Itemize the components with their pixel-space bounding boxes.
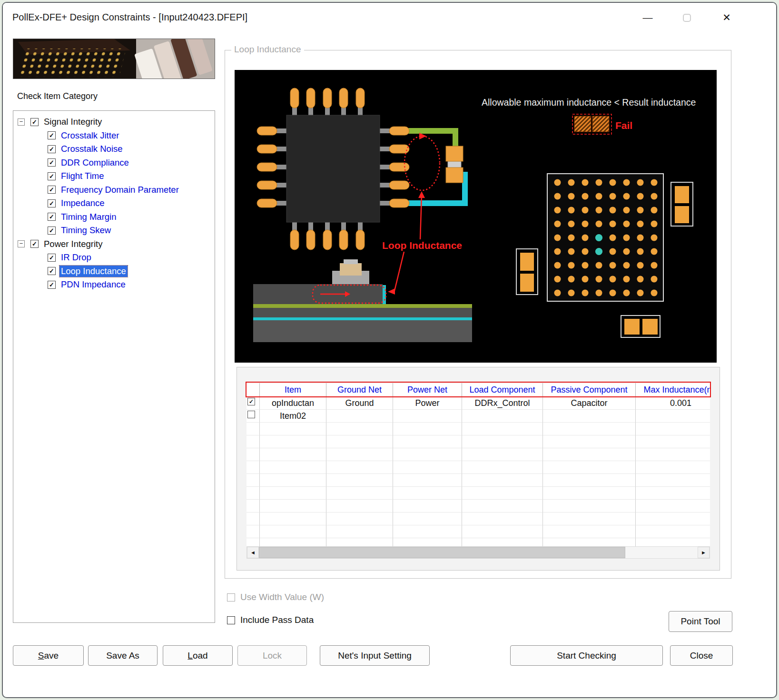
- checkbox[interactable]: ✓: [30, 118, 39, 126]
- column-power-net[interactable]: Power Net: [393, 383, 462, 397]
- product-photo: [13, 39, 215, 79]
- maximize-button[interactable]: [679, 10, 695, 26]
- checkbox[interactable]: ✓: [48, 158, 56, 167]
- point-tool-button[interactable]: Point Tool: [669, 611, 732, 632]
- empty-row: [247, 435, 710, 448]
- constraint-table-panel: Item Ground Net Power Net Load Component…: [237, 367, 720, 571]
- cell-max-inductance[interactable]: 0.001: [636, 397, 710, 410]
- use-width-value-checkbox[interactable]: [227, 593, 235, 601]
- tree-item-label[interactable]: IR Drop: [59, 252, 93, 263]
- minimize-icon: —: [643, 12, 653, 23]
- tree-item-label[interactable]: Flight Time: [59, 170, 105, 182]
- collapse-icon[interactable]: −: [18, 118, 25, 126]
- checkbox[interactable]: ✓: [48, 267, 56, 275]
- start-checking-button[interactable]: Start Checking: [510, 645, 663, 666]
- tree-item-label[interactable]: Signal Integrity: [42, 116, 103, 128]
- tree-item-label[interactable]: PDN Impedance: [59, 279, 127, 290]
- table-row[interactable]: Item02: [247, 410, 710, 423]
- tree-item-crosstalk-jitter[interactable]: ✓ Crosstalk Jitter: [13, 129, 215, 143]
- scroll-right-icon: ►: [701, 550, 706, 555]
- tree-item-ir-drop[interactable]: ✓ IR Drop: [13, 251, 215, 265]
- save-button[interactable]: Save: [13, 645, 84, 666]
- tree-item-timing-margin[interactable]: ✓ Timing Margin: [13, 210, 215, 224]
- tree-item-label[interactable]: DDR Compliance: [59, 157, 130, 168]
- scrollbar-thumb[interactable]: [259, 547, 625, 558]
- include-pass-data-checkbox[interactable]: [227, 616, 235, 624]
- horizontal-scrollbar[interactable]: ◄ ►: [247, 546, 710, 559]
- tree-item-timing-skew[interactable]: ✓ Timing Skew: [13, 224, 215, 237]
- checkbox[interactable]: ✓: [48, 145, 56, 153]
- check-icon: ✓: [49, 214, 54, 220]
- loop-inductance-groupbox: Loop Inductance: [225, 50, 731, 579]
- column-max-inductance[interactable]: Max Inductance(nH: [636, 383, 710, 397]
- tree-item-flight-time[interactable]: ✓ Flight Time: [13, 169, 215, 183]
- cpu-photo-graphic: [13, 39, 215, 79]
- cell-max-inductance[interactable]: [636, 410, 710, 423]
- minimize-button[interactable]: —: [640, 10, 656, 26]
- cell-passive-component[interactable]: Capacitor: [543, 397, 636, 410]
- checkbox[interactable]: ✓: [48, 281, 56, 289]
- empty-row: [247, 513, 710, 525]
- row-checkbox[interactable]: ✓: [247, 398, 255, 405]
- tree-item-label[interactable]: Crosstalk Noise: [59, 143, 124, 155]
- tree-item-loop-inductance[interactable]: ✓ Loop Inductance: [13, 265, 215, 278]
- tree-item-power-integrity[interactable]: − ✓ Power Integrity: [13, 237, 215, 251]
- empty-row: [247, 500, 710, 513]
- collapse-icon[interactable]: −: [18, 240, 25, 247]
- close-dialog-button[interactable]: Close: [670, 645, 733, 666]
- column-load-component[interactable]: Load Component: [462, 383, 543, 397]
- checkbox[interactable]: ✓: [48, 213, 56, 221]
- checkbox[interactable]: ✓: [48, 186, 56, 194]
- cell-ground-net[interactable]: [326, 410, 393, 423]
- cell-load-component[interactable]: DDRx_Control: [462, 397, 543, 410]
- empty-row: [247, 448, 710, 461]
- checkbox[interactable]: ✓: [48, 254, 56, 262]
- constraint-table: Item Ground Net Power Net Load Component…: [247, 383, 710, 546]
- table-row[interactable]: ✓ opInductan Ground Power DDRx_Control C…: [247, 397, 710, 410]
- tree-item-label-selected[interactable]: Loop Inductance: [59, 266, 128, 277]
- tree-item-label[interactable]: Impedance: [59, 197, 106, 209]
- tree-item-label[interactable]: Timing Margin: [59, 211, 118, 223]
- scroll-right-button[interactable]: ►: [698, 547, 710, 558]
- empty-row: [247, 525, 710, 538]
- tree-item-crosstalk-noise[interactable]: ✓ Crosstalk Noise: [13, 142, 215, 156]
- checkbox[interactable]: ✓: [48, 172, 56, 180]
- loop-inductance-label: Loop Inductance: [382, 240, 462, 251]
- row-checkbox[interactable]: [247, 411, 255, 418]
- cell-load-component[interactable]: [462, 410, 543, 423]
- tree-item-label[interactable]: Crosstalk Jitter: [59, 130, 120, 141]
- scrollbar-track[interactable]: [259, 547, 698, 558]
- close-button[interactable]: ✕: [719, 10, 735, 26]
- scroll-left-button[interactable]: ◄: [247, 547, 259, 558]
- column-item[interactable]: Item: [260, 383, 326, 397]
- tree-item-ddr-compliance[interactable]: ✓ DDR Compliance: [13, 156, 215, 170]
- checkbox[interactable]: ✓: [48, 199, 56, 207]
- column-passive-component[interactable]: Passive Component: [543, 383, 636, 397]
- checkbox[interactable]: ✓: [30, 240, 39, 248]
- tree-item-label[interactable]: Frequency Domain Parameter: [59, 184, 180, 196]
- use-width-value-option[interactable]: Use Width Value (W): [227, 592, 324, 602]
- cell-item[interactable]: opInductan: [260, 397, 326, 410]
- tree-item-label[interactable]: Timing Skew: [59, 225, 112, 236]
- checkbox[interactable]: ✓: [48, 131, 56, 139]
- column-ground-net[interactable]: Ground Net: [326, 383, 393, 397]
- nets-input-setting-button[interactable]: Net's Input Setting: [320, 645, 430, 666]
- check-item-tree: − ✓ Signal Integrity ✓ Crosstalk Jitter …: [13, 110, 215, 623]
- check-icon: ✓: [32, 241, 37, 247]
- tree-item-signal-integrity[interactable]: − ✓ Signal Integrity: [13, 115, 215, 129]
- load-button[interactable]: Load: [163, 645, 233, 666]
- include-pass-data-label: Include Pass Data: [240, 615, 314, 625]
- tree-item-pdn-impedance[interactable]: ✓ PDN Impedance: [13, 278, 215, 292]
- cell-power-net[interactable]: [393, 410, 462, 423]
- checkbox[interactable]: ✓: [48, 227, 56, 235]
- cell-power-net[interactable]: Power: [393, 397, 462, 410]
- include-pass-data-option[interactable]: Include Pass Data: [227, 615, 314, 625]
- scroll-left-icon: ◄: [250, 550, 256, 555]
- cell-ground-net[interactable]: Ground: [326, 397, 393, 410]
- tree-item-label[interactable]: Power Integrity: [42, 238, 104, 250]
- cell-passive-component[interactable]: [543, 410, 636, 423]
- cell-item[interactable]: Item02: [260, 410, 326, 423]
- save-as-button[interactable]: Save As: [88, 645, 158, 666]
- tree-item-frequency-domain-parameter[interactable]: ✓ Frequency Domain Parameter: [13, 183, 215, 197]
- tree-item-impedance[interactable]: ✓ Impedance: [13, 197, 215, 210]
